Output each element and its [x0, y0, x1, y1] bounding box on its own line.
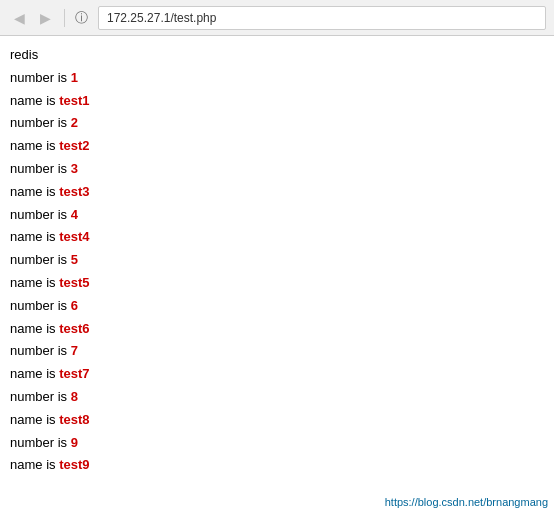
- number-value: 2: [71, 115, 78, 130]
- number-line: number is 2: [10, 112, 544, 135]
- forward-button[interactable]: ▶: [34, 7, 56, 29]
- items-list: number is 1name is test1number is 2name …: [10, 67, 544, 477]
- name-line: name is test4: [10, 226, 544, 249]
- name-value: test9: [59, 457, 89, 472]
- name-line: name is test3: [10, 181, 544, 204]
- name-value: test1: [59, 93, 89, 108]
- name-line: name is test7: [10, 363, 544, 386]
- number-value: 1: [71, 70, 78, 85]
- name-line: name is test9: [10, 454, 544, 477]
- number-value: 9: [71, 435, 78, 450]
- number-line: number is 4: [10, 204, 544, 227]
- number-line: number is 1: [10, 67, 544, 90]
- back-button[interactable]: ◀: [8, 7, 30, 29]
- number-value: 5: [71, 252, 78, 267]
- name-line: name is test1: [10, 90, 544, 113]
- number-value: 8: [71, 389, 78, 404]
- name-line: name is test5: [10, 272, 544, 295]
- number-line: number is 3: [10, 158, 544, 181]
- number-value: 4: [71, 207, 78, 222]
- number-value: 3: [71, 161, 78, 176]
- number-line: number is 5: [10, 249, 544, 272]
- info-icon: ⓘ: [73, 9, 90, 27]
- redis-label: redis: [10, 44, 544, 67]
- number-value: 7: [71, 343, 78, 358]
- name-value: test5: [59, 275, 89, 290]
- name-value: test4: [59, 229, 89, 244]
- address-bar[interactable]: [98, 6, 546, 30]
- browser-toolbar: ◀ ▶ ⓘ: [0, 0, 554, 36]
- number-value: 6: [71, 298, 78, 313]
- page-content: redis number is 1name is test1number is …: [0, 36, 554, 485]
- separator: [64, 9, 65, 27]
- name-value: test3: [59, 184, 89, 199]
- name-value: test7: [59, 366, 89, 381]
- number-line: number is 7: [10, 340, 544, 363]
- name-value: test2: [59, 138, 89, 153]
- name-line: name is test2: [10, 135, 544, 158]
- number-line: number is 9: [10, 432, 544, 455]
- nav-buttons: ◀ ▶: [8, 7, 56, 29]
- name-line: name is test8: [10, 409, 544, 432]
- number-line: number is 6: [10, 295, 544, 318]
- number-line: number is 8: [10, 386, 544, 409]
- name-value: test6: [59, 321, 89, 336]
- name-value: test8: [59, 412, 89, 427]
- name-line: name is test6: [10, 318, 544, 341]
